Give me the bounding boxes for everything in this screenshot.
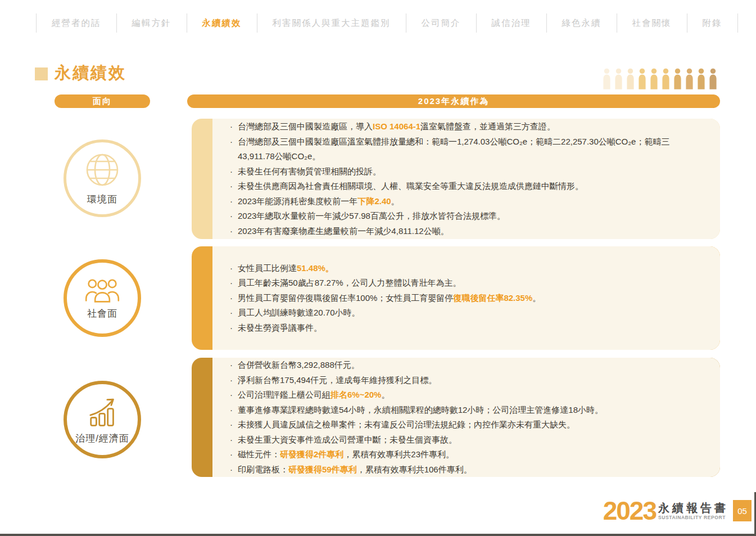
bullet-item: 印刷電路板：研發獲得59件專利，累積有效專利共106件專利。	[229, 462, 704, 478]
bullet-list: 台灣總部及三個中國製造廠區，導入ISO 14064-1溫室氣體盤查，並通過第三方…	[229, 119, 704, 238]
section-content: 女性員工比例達51.48%。員工年齡未滿50歲占87.27%，公司人力整體以青壯…	[212, 246, 720, 350]
bullet-item: 員工人均訓練時數達20.70小時。	[229, 305, 704, 321]
nav-tab-誠信治理[interactable]: 誠信治理	[477, 17, 546, 29]
footer-report-title: 永續報告書	[658, 502, 728, 515]
bullet-text: 女性員工比例達	[238, 263, 297, 273]
bullet-item: 2023年總取水量較前一年減少57.98百萬公升，排放水皆符合法規標準。	[229, 209, 704, 224]
bullet-item: 女性員工比例達51.48%。	[229, 261, 704, 276]
bullet-item: 未發生勞資爭議事件。	[229, 321, 704, 336]
nav-tab-編輯方針[interactable]: 編輯方針	[117, 17, 187, 29]
page-bottom-border	[0, 534, 756, 536]
bullet-text: 溫室氣體盤查，並通過第三方查證。	[420, 121, 555, 131]
bullet-text: 未接獲人員違反誠信之檢舉案件；未有違反公司治理法規紀錄；內控作業亦未有重大缺失。	[238, 420, 575, 429]
person-icon	[709, 68, 717, 89]
bullet-list: 女性員工比例達51.48%。員工年齡未滿50歲占87.27%，公司人力整體以青壯…	[229, 261, 704, 336]
bullet-item: 男性員工育嬰留停復職後留任率100%；女性員工育嬰留停復職後留任率82.35%。	[229, 291, 704, 306]
bullet-item: 未發生供應商因為社會責任相關環境、人權、職業安全等重大違反法規造成供應鏈中斷情形…	[229, 179, 704, 194]
highlight-text: 下降2.40	[357, 196, 391, 206]
highlight-text: ISO 14064-1	[373, 121, 420, 131]
highlight-text: 排名6%~20%	[331, 390, 381, 399]
aspect-column-header: 面向	[55, 94, 150, 108]
report-page: 經營者的話編輯方針永續績效利害關係人與重大主題鑑別公司簡介誠信治理綠色永續社會關…	[0, 0, 756, 536]
nav-tab-綠色永續[interactable]: 綠色永續	[547, 17, 617, 29]
person-icon	[673, 68, 682, 89]
bullet-item: 磁性元件：研發獲得2件專利，累積有效專利共23件專利。	[229, 447, 704, 462]
section-block-環境面: 台灣總部及三個中國製造廠區，導入ISO 14064-1溫室氣體盤查，並通過第三方…	[192, 119, 720, 239]
bullet-text: 員工人均訓練時數達20.70小時。	[238, 308, 360, 317]
bullet-text: 公司治理評鑑上櫃公司組	[238, 390, 331, 399]
nav-tab-社會關懷[interactable]: 社會關懷	[617, 17, 687, 29]
highlight-text: 研發獲得59件專利	[288, 465, 357, 474]
bullet-text: 合併營收新台幣3,292,888仟元。	[238, 360, 360, 370]
bullet-text: 未發生任何有害物質管理相關的投訴。	[238, 166, 381, 176]
bullet-text: 未發生勞資爭議事件。	[238, 323, 322, 332]
bullet-text: 印刷電路板：	[238, 465, 288, 474]
highlight-text: 51.48%。	[297, 263, 334, 273]
footer-report-subtitle: SUSTAINABILITY REPORT	[658, 515, 728, 520]
nav-tab-永續績效[interactable]: 永續績效	[187, 17, 257, 29]
bullet-item: 未接獲人員違反誠信之檢舉案件；未有違反公司治理法規紀錄；內控作業亦未有重大缺失。	[229, 417, 704, 433]
page-title-row: 永續績效	[35, 62, 126, 84]
highlight-text: 研發獲得2件專利	[280, 449, 343, 459]
bullet-text: 。	[532, 293, 541, 303]
page-number-badge: 05	[733, 500, 752, 521]
report-footer: 2023 永續報告書 SUSTAINABILITY REPORT 05	[603, 499, 752, 523]
globe-icon	[83, 151, 121, 189]
section-circle-社會面: 社會面	[64, 259, 141, 337]
bullet-item: 公司治理評鑑上櫃公司組排名6%~20%。	[229, 388, 704, 403]
bullet-item: 員工年齡未滿50歲占87.27%，公司人力整體以青壯年為主。	[229, 276, 704, 291]
bullet-item: 台灣總部及三個中國製造廠區，導入ISO 14064-1溫室氣體盤查，並通過第三方…	[229, 119, 704, 134]
bullet-text: 員工年齡未滿50歲占87.27%，公司人力整體以青壯年為主。	[238, 278, 461, 287]
section-block-治理/經濟面: 合併營收新台幣3,292,888仟元。淨利新台幣175,494仟元，達成每年維持…	[192, 358, 720, 477]
section-content: 合併營收新台幣3,292,888仟元。淨利新台幣175,494仟元，達成每年維持…	[212, 358, 720, 477]
bullet-text: 2023年總取水量較前一年減少57.98百萬公升，排放水皆符合法規標準。	[238, 211, 505, 220]
footer-titles: 永續報告書 SUSTAINABILITY REPORT	[658, 502, 728, 520]
title-square-decoration	[35, 67, 48, 80]
bullet-text: ，累積有效專利共23件專利。	[343, 449, 454, 459]
person-icon	[697, 68, 705, 89]
person-icon	[626, 68, 635, 89]
bullet-text: 未發生供應商因為社會責任相關環境、人權、職業安全等重大違反法規造成供應鏈中斷情形…	[238, 181, 583, 191]
bullet-text: 台灣總部及三個中國製造廠區溫室氣體排放量總和：範疇一1,274.03公噸CO₂e…	[238, 137, 669, 161]
section-label: 治理/經濟面	[75, 432, 129, 445]
bullet-item: 淨利新台幣175,494仟元，達成每年維持獲利之目標。	[229, 373, 704, 388]
section-block-社會面: 女性員工比例達51.48%。員工年齡未滿50歲占87.27%，公司人力整體以青壯…	[192, 246, 720, 350]
section-content: 台灣總部及三個中國製造廠區，導入ISO 14064-1溫室氣體盤查，並通過第三方…	[212, 119, 720, 239]
bullet-item: 2023年有害廢棄物產生總量較前一年減少4,811.12公噸。	[229, 224, 704, 239]
bullet-item: 2023年能源消耗密集度較前一年下降2.40。	[229, 194, 704, 209]
actions-column-header: 2023年永續作為	[187, 94, 720, 108]
section-circle-環境面: 環境面	[64, 139, 141, 217]
bullet-text: 2023年能源消耗密集度較前一年	[238, 196, 357, 206]
bullet-text: 未發生重大資安事件造成公司營運中斷；未發生個資事故。	[238, 435, 457, 444]
person-icon	[603, 68, 611, 89]
highlight-text: 復職後留任率82.35%	[453, 293, 532, 303]
nav-tab-附錄[interactable]: 附錄	[687, 17, 737, 29]
person-icon	[638, 68, 646, 89]
bullet-item: 未發生重大資安事件造成公司營運中斷；未發生個資事故。	[229, 433, 704, 448]
bullet-text: 台灣總部及三個中國製造廠區，導入	[238, 121, 373, 131]
people-icons-strip	[603, 68, 717, 89]
bullet-text: 淨利新台幣175,494仟元，達成每年維持獲利之目標。	[238, 375, 437, 385]
nav-tab-利害關係人與重大主題鑑別[interactable]: 利害關係人與重大主題鑑別	[257, 17, 406, 29]
nav-tab-公司簡介[interactable]: 公司簡介	[406, 17, 476, 29]
top-navigation: 經營者的話編輯方針永續績效利害關係人與重大主題鑑別公司簡介誠信治理綠色永續社會關…	[36, 12, 722, 34]
bullet-list: 合併營收新台幣3,292,888仟元。淨利新台幣175,494仟元，達成每年維持…	[229, 358, 704, 477]
bullet-text: ，累積有效專利共106件專利。	[357, 465, 472, 474]
section-label: 環境面	[87, 193, 117, 206]
bullet-text: 董事進修專業課程總時數達54小時，永續相關課程的總時數12小時；公司治理主管進修…	[238, 405, 603, 415]
person-icon	[650, 68, 658, 89]
nav-tab-經營者的話[interactable]: 經營者的話	[37, 17, 116, 29]
bullet-item: 合併營收新台幣3,292,888仟元。	[229, 358, 704, 373]
bullet-text: 。	[381, 390, 390, 399]
bullet-text: 磁性元件：	[238, 449, 280, 459]
person-icon	[662, 68, 670, 89]
bullet-item: 台灣總部及三個中國製造廠區溫室氣體排放量總和：範疇一1,274.03公噸CO₂e…	[229, 134, 704, 164]
person-icon	[614, 68, 623, 89]
nav-divider	[737, 13, 738, 33]
people-group-icon	[85, 277, 120, 303]
footer-year: 2023	[603, 499, 656, 523]
growth-chart-icon	[85, 394, 120, 428]
bullet-text: 男性員工育嬰留停復職後留任率100%；女性員工育嬰留停	[238, 293, 453, 303]
section-label: 社會面	[87, 307, 117, 320]
bullet-item: 董事進修專業課程總時數達54小時，永續相關課程的總時數12小時；公司治理主管進修…	[229, 403, 704, 418]
